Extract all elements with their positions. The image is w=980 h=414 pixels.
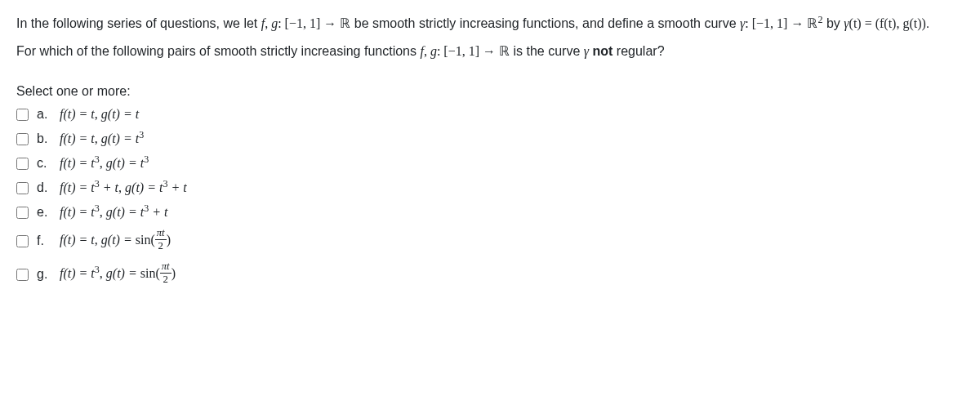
option-math: f(t) = t3 + t, g(t) = t3 + t	[60, 180, 187, 195]
math-gamma: γ	[584, 44, 589, 58]
option-c: c. f(t) = t3, g(t) = t3	[16, 156, 964, 171]
checkbox-a[interactable]	[16, 109, 29, 121]
option-math: f(t) = t, g(t) = t	[60, 107, 139, 122]
question-intro: In the following series of questions, we…	[16, 13, 964, 34]
prompt-text-1: For which of the following pairs of smoo…	[16, 44, 420, 58]
checkbox-f[interactable]	[16, 235, 29, 247]
option-a: a. f(t) = t, g(t) = t	[16, 107, 964, 122]
math-fg-2: f, g: [−1, 1] → ℝ	[420, 44, 510, 58]
option-letter: f.	[37, 234, 51, 248]
option-g: g. f(t) = t3, g(t) = sin(πt2)	[16, 263, 964, 287]
checkbox-b[interactable]	[16, 133, 29, 145]
option-math: f(t) = t, g(t) = sin(πt2)	[60, 229, 171, 253]
question-prompt: For which of the following pairs of smoo…	[16, 41, 964, 62]
math-gamma-def: γ: [−1, 1] → ℝ2	[740, 16, 822, 30]
option-math: f(t) = t3, g(t) = sin(πt2)	[60, 263, 176, 287]
option-letter: e.	[37, 205, 51, 220]
select-label: Select one or more:	[16, 84, 964, 99]
prompt-text-2: is the curve	[513, 44, 583, 58]
option-letter: c.	[37, 156, 51, 171]
prompt-not: not	[593, 44, 613, 58]
intro-text-2: be smooth strictly increasing functions,…	[354, 16, 740, 30]
option-d: d. f(t) = t3 + t, g(t) = t3 + t	[16, 180, 964, 195]
checkbox-d[interactable]	[16, 182, 29, 194]
option-math: f(t) = t, g(t) = t3	[60, 131, 144, 146]
option-e: e. f(t) = t3, g(t) = t3 + t	[16, 205, 964, 220]
option-f: f. f(t) = t, g(t) = sin(πt2)	[16, 229, 964, 253]
option-letter: d.	[37, 180, 51, 195]
option-letter: g.	[37, 267, 51, 282]
checkbox-e[interactable]	[16, 207, 29, 219]
option-math: f(t) = t3, g(t) = t3	[60, 156, 149, 171]
checkbox-g[interactable]	[16, 269, 29, 281]
option-letter: b.	[37, 131, 51, 146]
checkbox-c[interactable]	[16, 158, 29, 170]
option-math: f(t) = t3, g(t) = t3 + t	[60, 205, 167, 220]
intro-text-3: by	[826, 16, 844, 30]
math-fg: f, g: [−1, 1] → ℝ	[261, 16, 351, 30]
options-list: a. f(t) = t, g(t) = t b. f(t) = t, g(t) …	[16, 107, 964, 286]
math-gamma-eq: γ(t) = (f(t), g(t))	[844, 16, 926, 30]
option-b: b. f(t) = t, g(t) = t3	[16, 131, 964, 146]
intro-text-1: In the following series of questions, we…	[16, 16, 261, 30]
option-letter: a.	[37, 107, 51, 122]
